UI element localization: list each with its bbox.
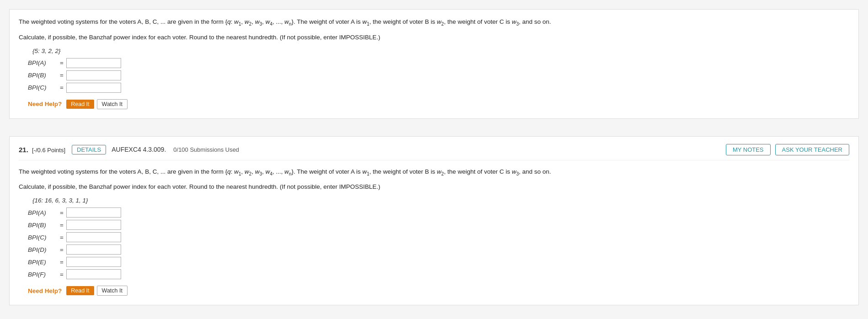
prev-calculate-text: Calculate, if possible, the Banzhaf powe… — [19, 32, 849, 43]
bpi-input-d[interactable] — [66, 245, 121, 255]
problem-21-section: 21. [-/0.6 Points] DETAILS AUFEXC4 4.3.0… — [9, 136, 859, 306]
need-help-label: Need Help? — [28, 287, 62, 294]
problem-code: AUFEXC4 4.3.009. — [112, 146, 166, 153]
prev-bpi-input-c[interactable] — [66, 83, 121, 93]
bpi-input-b[interactable] — [66, 220, 121, 230]
details-button[interactable]: DETAILS — [72, 145, 106, 154]
prev-need-help-label: Need Help? — [28, 101, 62, 107]
bpi-row-e: BPI(E) = — [19, 257, 849, 267]
bpi-label-d: BPI(D) — [28, 246, 60, 253]
ask-teacher-button[interactable]: ASK YOUR TEACHER — [775, 144, 849, 155]
prev-bpi-row-c: BPI(C) = — [19, 83, 849, 93]
bpi-label-f: BPI(F) — [28, 271, 60, 278]
prev-bpi-label-c: BPI(C) — [28, 84, 60, 91]
bpi-label-e: BPI(E) — [28, 259, 60, 266]
page-wrapper: The weighted voting systems for the vote… — [0, 0, 868, 314]
question-text: The weighted voting systems for the vote… — [19, 167, 849, 178]
prev-bpi-row-b: BPI(B) = — [19, 70, 849, 80]
bpi-label-c: BPI(C) — [28, 234, 60, 241]
bpi-row-a: BPI(A) = — [19, 207, 849, 218]
set-notation: {16: 16, 6, 3, 3, 1, 1} — [19, 197, 849, 204]
prev-read-it-button[interactable]: Read It — [66, 100, 94, 109]
submissions-used: 0/100 Submissions Used — [173, 146, 726, 153]
prev-question-text: The weighted voting systems for the vote… — [19, 17, 849, 28]
need-help-row: Need Help? Read It Watch It — [19, 286, 849, 296]
bpi-row-b: BPI(B) = — [19, 220, 849, 230]
prev-bpi-label-b: BPI(B) — [28, 72, 60, 79]
bpi-row-f: BPI(F) = — [19, 269, 849, 279]
prev-need-help-row: Need Help? Read It Watch It — [19, 99, 849, 109]
problem-header: 21. [-/0.6 Points] DETAILS AUFEXC4 4.3.0… — [19, 144, 849, 160]
calculate-text: Calculate, if possible, the Banzhaf powe… — [19, 182, 849, 192]
prev-bpi-label-a: BPI(A) — [28, 59, 60, 66]
prev-bpi-input-a[interactable] — [66, 58, 121, 68]
prev-problem-section: The weighted voting systems for the vote… — [9, 9, 859, 119]
header-right-buttons: MY NOTES ASK YOUR TEACHER — [726, 144, 849, 155]
my-notes-button[interactable]: MY NOTES — [726, 144, 771, 155]
problem-number: 21. [-/0.6 Points] — [19, 146, 65, 154]
read-it-button[interactable]: Read It — [66, 286, 94, 295]
section-divider — [0, 123, 868, 132]
bpi-input-c[interactable] — [66, 232, 121, 242]
bpi-input-e[interactable] — [66, 257, 121, 267]
bpi-input-a[interactable] — [66, 207, 121, 218]
prev-bpi-input-b[interactable] — [66, 70, 121, 80]
bpi-label-a: BPI(A) — [28, 209, 60, 216]
bpi-row-d: BPI(D) = — [19, 245, 849, 255]
watch-it-button[interactable]: Watch It — [97, 286, 128, 296]
bpi-label-b: BPI(B) — [28, 222, 60, 229]
bpi-input-f[interactable] — [66, 269, 121, 279]
prev-bpi-row-a: BPI(A) = — [19, 58, 849, 68]
bpi-row-c: BPI(C) = — [19, 232, 849, 242]
prev-watch-it-button[interactable]: Watch It — [97, 99, 128, 109]
prev-set-notation: {5: 3, 2, 2} — [19, 48, 849, 54]
